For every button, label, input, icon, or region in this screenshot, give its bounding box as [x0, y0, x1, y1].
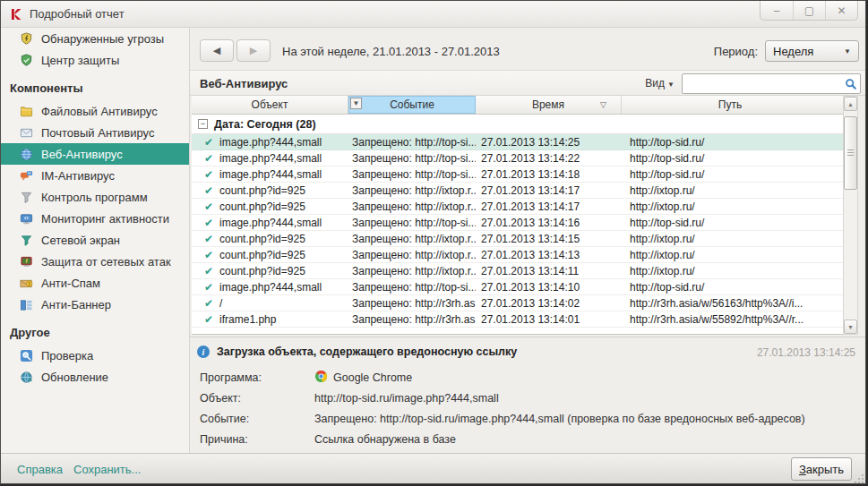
close-button[interactable]: Закрыть — [791, 457, 852, 481]
column-header-time[interactable]: Время ▽ — [476, 96, 622, 114]
table-row[interactable]: ✔image.php?444,small Запрещено: http://t… — [192, 166, 853, 183]
table-row[interactable]: ✔count.php?id=925 Запрещено: http://ixto… — [192, 263, 853, 279]
details-program-value: Google Chrome — [333, 371, 412, 384]
sidebar-item-web-av[interactable]: Веб-Антивирус — [1, 143, 189, 165]
sidebar-item-activity-monitor[interactable]: Мониторинг активности — [1, 208, 189, 229]
table-row[interactable]: ✔count.php?id=925 Запрещено: http://ixto… — [192, 183, 853, 199]
sidebar-item-label: IM-Антивирус — [41, 169, 115, 183]
sidebar-section-header: Другое — [1, 315, 189, 345]
sidebar-item-anti-banner[interactable]: Анти-Баннер — [1, 294, 189, 315]
details-reason-row: Причина: Ссылка обнаружена в базе — [200, 429, 845, 449]
sidebar-item-label: Почтовый Антивирус — [41, 126, 154, 140]
column-header-event[interactable]: ▼ Событие — [348, 96, 476, 114]
check-icon: ✔ — [204, 136, 213, 149]
table-row[interactable]: ✔iframe1.php Запрещено: http://r3rh.as..… — [192, 311, 853, 328]
threats-shield-icon — [19, 31, 33, 46]
column-header-path[interactable]: Путь — [622, 96, 838, 114]
firewall-icon — [19, 233, 33, 247]
help-link[interactable]: Справка — [17, 463, 63, 476]
sidebar-item-network-attack[interactable]: Защита от сетевых атак — [1, 251, 189, 272]
table-row[interactable]: ✔image.php?444,small Запрещено: http://t… — [192, 279, 853, 295]
filter-icon[interactable]: ▼ — [350, 98, 362, 109]
sidebar-item-app-control[interactable]: Контроль программ — [1, 186, 189, 208]
check-icon: ✔ — [204, 217, 213, 229]
update-icon — [19, 370, 33, 384]
check-icon: ✔ — [204, 249, 213, 261]
sidebar-item-file-av[interactable]: Файловый Антивирус — [1, 100, 189, 122]
check-icon: ✔ — [204, 152, 213, 165]
content-area: ◀ ▶ На этой неделе, 21.01.2013 - 27.01.2… — [190, 28, 866, 453]
table-row[interactable]: ✔image.php?444,small Запрещено: http://t… — [192, 215, 853, 231]
sidebar-item-label: Мониторинг активности — [41, 212, 169, 226]
details-reason-value: Ссылка обнаружена в базе — [314, 433, 456, 446]
mail-av-icon — [19, 125, 33, 140]
network-attack-icon — [19, 254, 33, 269]
table-row[interactable]: ✔/ Запрещено: http://r3rh.as... 27.01.20… — [192, 295, 853, 311]
check-icon: ✔ — [204, 265, 213, 277]
sidebar-item-update[interactable]: Обновление — [1, 366, 189, 388]
anti-spam-icon — [19, 276, 33, 290]
sidebar-item-im-av[interactable]: HIIM-Антивирус — [1, 165, 189, 186]
resize-grip[interactable] — [855, 474, 864, 484]
details-reason-label: Причина: — [200, 433, 314, 446]
details-event-row: Событие: Запрещено: http://top-sid.ru/im… — [200, 408, 845, 429]
column-header-object[interactable]: Объект — [192, 96, 348, 114]
vertical-scrollbar[interactable]: ▲ ▼ — [843, 96, 858, 335]
sidebar-item-protection-center[interactable]: Центр защиты — [1, 49, 189, 71]
scroll-up-button[interactable]: ▲ — [844, 97, 857, 111]
sidebar-item-firewall[interactable]: Сетевой экран — [1, 229, 189, 251]
sidebar-item-label: Файловый Антивирус — [41, 105, 158, 118]
sidebar-item-scan[interactable]: Проверка — [1, 345, 189, 366]
period-dropdown[interactable]: Неделя ▼ — [765, 40, 859, 62]
table-header: Объект ▼ Событие Время ▽ Путь — [192, 96, 853, 115]
check-icon: ✔ — [204, 200, 213, 213]
minimize-button[interactable]: – — [761, 1, 793, 20]
details-event-label: Событие: — [200, 413, 314, 425]
chevron-down-icon: ▼ — [667, 81, 675, 89]
close-window-button[interactable]: ✕ — [825, 1, 857, 20]
activity-monitor-icon — [19, 211, 33, 226]
table-row[interactable]: ✔count.php?id=925 Запрещено: http://ixto… — [192, 231, 853, 247]
sidebar-item-threats-shield[interactable]: Обнаруженные угрозы — [1, 28, 189, 49]
table-row[interactable]: ✔image.php?444,small Запрещено: http://t… — [192, 150, 853, 166]
search-input[interactable] — [683, 75, 842, 92]
period-label: Период: — [714, 45, 758, 58]
report-toolbar: ◀ ▶ На этой неделе, 21.01.2013 - 27.01.2… — [190, 28, 866, 70]
window-controls: – ▢ ✕ — [760, 1, 858, 21]
arrow-right-icon: ▶ — [250, 45, 257, 56]
details-event-value: Запрещено: http://top-sid.ru/image.php?4… — [314, 413, 805, 425]
sidebar-section-header: Компоненты — [1, 71, 189, 100]
table-row[interactable]: ✔count.php?id=925 Запрещено: http://ixto… — [192, 247, 853, 263]
details-object-row: Объект: http://top-sid.ru/image.php?444,… — [200, 388, 845, 408]
app-control-icon — [19, 190, 33, 204]
sidebar-item-label: Контроль программ — [41, 191, 148, 204]
date-group-row: − Дата: Сегодня (28) — [192, 115, 853, 134]
maximize-button[interactable]: ▢ — [793, 1, 825, 20]
check-icon: ✔ — [204, 168, 213, 181]
sidebar-item-label: Обнаруженные угрозы — [41, 32, 164, 46]
next-period-button[interactable]: ▶ — [236, 39, 271, 62]
kaspersky-logo-icon — [9, 7, 23, 21]
web-av-icon — [19, 147, 33, 161]
collapse-group-icon[interactable]: − — [198, 119, 208, 129]
sidebar-item-label: Проверка — [41, 349, 93, 362]
scan-icon — [19, 348, 33, 362]
sidebar-item-label: Сетевой экран — [41, 234, 120, 247]
component-header-band: Веб-Антивирус Вид▼ — [190, 70, 866, 96]
sidebar-item-label: Анти-Баннер — [41, 298, 111, 311]
view-dropdown[interactable]: Вид▼ — [645, 77, 675, 90]
event-details-panel: i Загрузка объекта, содержащего вредонос… — [190, 337, 866, 453]
table-row[interactable]: ✔image.php?444,small Запрещено: http://t… — [192, 134, 853, 150]
scroll-down-button[interactable]: ▼ — [844, 320, 857, 334]
sidebar-item-label: Веб-Антивирус — [41, 148, 123, 161]
date-group-label: Дата: Сегодня (28) — [214, 118, 316, 131]
sidebar-item-label: Анти-Спам — [41, 277, 100, 290]
scrollbar-thumb[interactable] — [844, 116, 857, 190]
previous-period-button[interactable]: ◀ — [200, 39, 234, 62]
save-link[interactable]: Сохранить... — [73, 463, 141, 476]
check-icon: ✔ — [204, 297, 213, 310]
search-icon[interactable] — [842, 78, 860, 90]
sidebar-item-anti-spam[interactable]: Анти-Спам — [1, 272, 189, 294]
sidebar-item-mail-av[interactable]: Почтовый Антивирус — [1, 122, 189, 143]
table-row[interactable]: ✔count.php?id=925 Запрещено: http://ixto… — [192, 199, 853, 215]
